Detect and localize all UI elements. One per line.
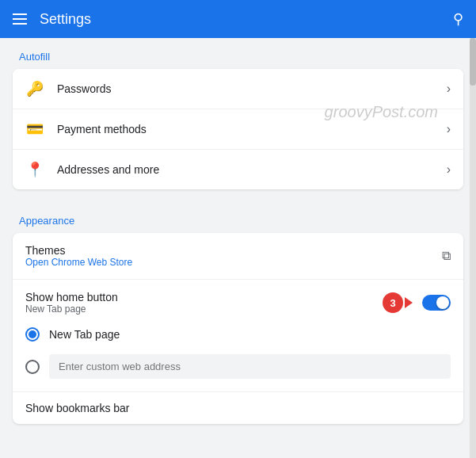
- new-tab-radio-row[interactable]: New Tab page: [25, 321, 451, 348]
- scrollbar-thumb[interactable]: [470, 38, 476, 86]
- menu-icon[interactable]: [13, 13, 27, 25]
- appearance-card: Themes Open Chrome Web Store ⧉ Show home…: [13, 233, 463, 424]
- payment-arrow: ›: [447, 122, 451, 136]
- themes-title: Themes: [25, 244, 132, 257]
- custom-web-address-input[interactable]: [49, 354, 451, 379]
- home-button-subtitle: New Tab page: [25, 303, 118, 315]
- external-link-icon: ⧉: [442, 249, 451, 263]
- show-bookmarks-row[interactable]: Show bookmarks bar: [13, 391, 463, 424]
- home-button-title: Show home button: [25, 291, 118, 303]
- addresses-arrow: ›: [447, 162, 451, 177]
- payment-label: Payment methods: [57, 123, 447, 135]
- card-icon: 💳: [25, 120, 44, 138]
- new-tab-radio[interactable]: [25, 327, 40, 342]
- appearance-section-label: Appearance: [0, 202, 476, 233]
- custom-radio-row[interactable]: [25, 348, 451, 385]
- passwords-label: Passwords: [57, 82, 447, 95]
- toggle-thumb: [436, 296, 449, 309]
- passwords-item[interactable]: 🔑 Passwords ›: [13, 69, 463, 109]
- addresses-label: Addresses and more: [57, 163, 447, 176]
- addresses-item[interactable]: 📍 Addresses and more ›: [13, 150, 463, 189]
- search-icon[interactable]: ⚲: [453, 10, 463, 28]
- payment-item[interactable]: 💳 Payment methods ›: [13, 109, 463, 150]
- passwords-arrow: ›: [447, 82, 451, 96]
- autofill-section-label: Autofill: [0, 38, 476, 69]
- key-icon: 🔑: [25, 80, 44, 97]
- new-tab-radio-label: New Tab page: [49, 328, 120, 341]
- show-bookmarks-label: Show bookmarks bar: [25, 402, 130, 414]
- header-left: Settings: [13, 11, 91, 28]
- scrollbar[interactable]: [470, 38, 476, 458]
- new-tab-radio-fill: [29, 330, 36, 338]
- page-title: Settings: [40, 11, 91, 28]
- badge-3: 3: [383, 292, 403, 313]
- themes-subtitle: Open Chrome Web Store: [25, 257, 132, 268]
- main-content: Autofill 🔑 Passwords › 💳 Payment methods…: [0, 38, 476, 458]
- themes-item[interactable]: Themes Open Chrome Web Store ⧉: [13, 233, 463, 280]
- home-button-text: Show home button New Tab page: [25, 291, 118, 315]
- autofill-card: 🔑 Passwords › 💳 Payment methods › 📍 Addr…: [13, 69, 463, 189]
- location-icon: 📍: [25, 161, 44, 178]
- home-button-row: Show home button New Tab page 3: [13, 280, 463, 318]
- themes-text: Themes Open Chrome Web Store: [25, 244, 132, 268]
- home-button-options: New Tab page: [13, 318, 463, 391]
- home-button-toggle[interactable]: [422, 295, 451, 311]
- badge-arrow: [405, 297, 413, 308]
- app-header: Settings ⚲: [0, 0, 476, 38]
- custom-radio[interactable]: [25, 360, 40, 374]
